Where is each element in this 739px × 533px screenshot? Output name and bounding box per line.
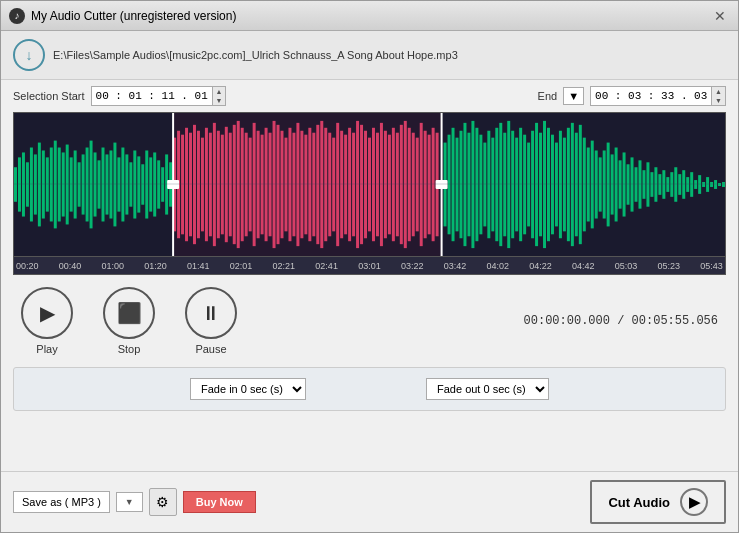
svg-rect-16 [74, 150, 77, 218]
svg-rect-35 [149, 157, 152, 211]
buy-now-button[interactable]: Buy Now [183, 491, 256, 513]
svg-rect-17 [78, 162, 81, 206]
timeline-ruler: 00:20 00:40 01:00 01:20 01:41 02:01 02:2… [13, 257, 726, 275]
svg-rect-75 [304, 135, 307, 235]
svg-rect-88 [356, 121, 359, 248]
waveform-container[interactable] [13, 112, 726, 257]
svg-rect-90 [364, 131, 367, 238]
svg-rect-138 [559, 131, 562, 238]
svg-rect-67 [273, 121, 276, 248]
svg-rect-166 [670, 172, 673, 197]
end-time-spinner[interactable]: ▲ ▼ [711, 87, 725, 105]
fade-out-select[interactable]: Fade out 0 sec (s) [426, 378, 549, 400]
svg-rect-8 [42, 150, 45, 218]
svg-rect-163 [658, 174, 661, 195]
stop-label: Stop [118, 343, 141, 355]
svg-rect-98 [396, 133, 399, 237]
start-time-down[interactable]: ▼ [213, 96, 226, 105]
ruler-label-5: 01:41 [187, 261, 210, 271]
svg-rect-14 [66, 145, 69, 225]
ruler-label-15: 05:03 [615, 261, 638, 271]
pause-label: Pause [195, 343, 226, 355]
svg-rect-82 [332, 138, 335, 232]
pause-button[interactable]: ⏸ Pause [185, 287, 237, 355]
svg-rect-170 [686, 177, 689, 192]
svg-rect-56 [229, 133, 232, 237]
svg-rect-125 [507, 121, 510, 248]
save-format-dropdown[interactable]: ▼ [116, 492, 143, 512]
controls-area: ▶ Play ⬛ Stop ⏸ Pause 00:00:00.000 / 00:… [1, 275, 738, 367]
svg-rect-157 [635, 167, 638, 202]
svg-rect-84 [340, 131, 343, 238]
start-time-input-group[interactable]: ▲ ▼ [91, 86, 227, 106]
end-label: End [538, 90, 558, 102]
fade-in-group: Fade in 0 sec (s) [190, 378, 306, 400]
svg-rect-112 [456, 138, 459, 232]
close-button[interactable]: ✕ [710, 6, 730, 26]
svg-rect-119 [483, 143, 486, 227]
svg-rect-61 [249, 138, 252, 232]
end-time-up[interactable]: ▲ [712, 87, 725, 96]
svg-rect-161 [650, 172, 653, 197]
svg-rect-63 [257, 131, 260, 238]
svg-rect-147 [595, 150, 598, 218]
svg-rect-113 [459, 131, 462, 238]
svg-rect-139 [563, 138, 566, 232]
ruler-label-4: 01:20 [144, 261, 167, 271]
svg-rect-20 [90, 141, 93, 229]
svg-rect-116 [471, 121, 474, 248]
svg-rect-127 [515, 138, 518, 232]
svg-rect-57 [233, 125, 236, 244]
cut-audio-arrow-icon: ▶ [680, 488, 708, 516]
svg-rect-107 [432, 128, 435, 241]
svg-rect-15 [70, 157, 73, 211]
end-time-input-group[interactable]: ▲ ▼ [590, 86, 726, 106]
svg-rect-22 [98, 160, 101, 208]
svg-rect-150 [607, 143, 610, 227]
cut-audio-button[interactable]: Cut Audio ▶ [590, 480, 726, 524]
pause-circle: ⏸ [185, 287, 237, 339]
svg-rect-164 [662, 170, 665, 199]
svg-rect-47 [193, 125, 196, 244]
settings-button[interactable]: ⚙ [149, 488, 177, 516]
end-dropdown-arrow: ▼ [568, 90, 579, 102]
svg-rect-87 [352, 133, 355, 237]
svg-rect-111 [452, 128, 455, 241]
end-dropdown[interactable]: ▼ [563, 87, 584, 105]
svg-rect-95 [384, 131, 387, 238]
svg-rect-26 [113, 143, 116, 227]
ruler-labels: 00:20 00:40 01:00 01:20 01:41 02:01 02:2… [14, 261, 725, 271]
cut-audio-label: Cut Audio [608, 495, 670, 510]
end-time-down[interactable]: ▼ [712, 96, 725, 105]
svg-rect-38 [161, 167, 164, 202]
save-format-display: Save as ( MP3 ) [13, 491, 110, 513]
svg-rect-114 [463, 123, 466, 246]
svg-rect-76 [308, 128, 311, 241]
svg-rect-101 [408, 128, 411, 241]
svg-rect-169 [682, 170, 685, 199]
file-path: E:\Files\Sample Audios\[music2pc.com]_Ul… [53, 49, 458, 61]
play-label: Play [36, 343, 57, 355]
svg-rect-31 [133, 150, 136, 218]
svg-rect-64 [261, 135, 264, 235]
waveform-svg [14, 113, 725, 256]
stop-button[interactable]: ⬛ Stop [103, 287, 155, 355]
start-time-up[interactable]: ▲ [213, 87, 226, 96]
ruler-label-10: 03:22 [401, 261, 424, 271]
app-icon: ♪ [9, 8, 25, 24]
svg-rect-70 [284, 138, 287, 232]
svg-rect-178 [718, 183, 721, 186]
svg-rect-134 [543, 121, 546, 248]
svg-rect-153 [619, 160, 622, 208]
svg-rect-25 [109, 150, 112, 218]
svg-rect-156 [631, 157, 634, 211]
end-time-input[interactable] [591, 88, 711, 104]
start-time-input[interactable] [92, 88, 212, 104]
svg-rect-28 [121, 148, 124, 222]
ruler-label-8: 02:41 [315, 261, 338, 271]
start-time-spinner[interactable]: ▲ ▼ [212, 87, 226, 105]
play-button[interactable]: ▶ Play [21, 287, 73, 355]
fade-in-select[interactable]: Fade in 0 sec (s) [190, 378, 306, 400]
svg-rect-158 [638, 160, 641, 208]
ruler-label-16: 05:23 [657, 261, 680, 271]
